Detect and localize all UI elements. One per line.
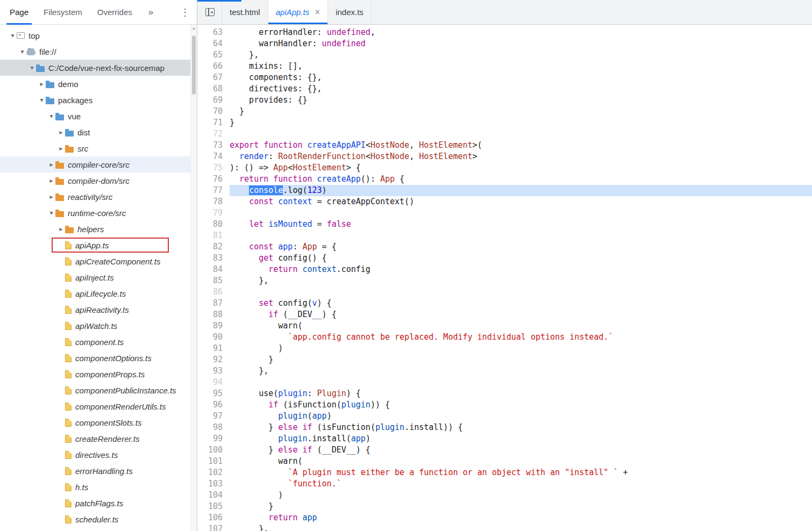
tree-item-apireactivity-ts[interactable]: apiReactivity.ts [0,302,197,318]
tree-item-errorhandling-ts[interactable]: errorHandling.ts [0,463,197,479]
navigator-tab-overrides[interactable]: Overrides [90,0,140,24]
code-text[interactable]: }, [230,365,812,377]
navigator-scrollbar[interactable]: ▲ [190,25,197,531]
tree-item-apiwatch-ts[interactable]: apiWatch.ts [0,318,197,334]
expander-open-icon[interactable]: ▾ [28,64,36,71]
code-text[interactable] [230,286,812,298]
line-number[interactable]: 101 [197,456,230,467]
code-text[interactable]: } [230,117,812,128]
code-text[interactable]: }, [230,523,812,531]
code-text[interactable]: export function createAppAPI<HostNode, H… [230,140,812,151]
line-number[interactable]: 88 [197,309,230,320]
tree-item-patchflags-ts[interactable]: patchFlags.ts [0,495,197,511]
line-number[interactable]: 81 [197,230,230,241]
tree-item-apilifecycle-ts[interactable]: apiLifecycle.ts [0,285,197,302]
tree-item-componentpublicinstance-ts[interactable]: componentPublicInstance.ts [0,382,197,398]
code-text[interactable]: } else if (__DEV__) { [230,444,812,456]
tree-item-dist[interactable]: ▸dist [0,124,197,140]
line-number[interactable]: 100 [197,444,230,456]
code-text[interactable]: warnHandler: undefined [230,38,812,49]
line-number[interactable]: 95 [197,388,230,399]
tree-item-h-ts[interactable]: h.ts [0,479,197,495]
code-text[interactable]: `function.` [230,478,812,490]
code-text[interactable]: let isMounted = false [230,219,812,230]
tree-item-createrenderer-ts[interactable]: createRenderer.ts [0,430,197,447]
code-text[interactable]: set config(v) { [230,298,812,309]
code-text[interactable]: warn( [230,320,812,332]
tree-item-compiler-core-src[interactable]: ▸compiler-core/src [0,156,197,173]
line-number[interactable]: 104 [197,490,230,501]
line-number[interactable]: 86 [197,286,230,298]
expander-open-icon[interactable]: ▾ [38,96,46,104]
expander-closed-icon[interactable]: ▸ [57,128,65,136]
expander-open-icon[interactable]: ▾ [47,209,55,217]
tree-item-c-code-vue-next-fix-sourcemap[interactable]: ▾C:/Code/vue-next-fix-sourcemap [0,60,197,76]
line-number[interactable]: 66 [197,61,230,72]
close-tab-icon[interactable]: × [315,8,320,17]
code-text[interactable]: plugin.install(app) [230,433,812,444]
line-number[interactable]: 63 [197,27,230,38]
code-text[interactable]: return function createApp(): App { [230,174,812,185]
code-text[interactable]: return context.config [230,264,812,275]
code-text[interactable]: } else if (isFunction(plugin.install)) { [230,422,812,433]
code-text[interactable]: return app [230,512,812,523]
code-text[interactable]: mixins: [], [230,61,812,72]
line-number[interactable]: 76 [197,174,230,185]
code-text[interactable]: }, [230,275,812,286]
expander-closed-icon[interactable]: ▸ [47,177,55,184]
code-text[interactable]: } [230,501,812,512]
line-number[interactable]: 70 [197,106,230,117]
line-number[interactable]: 77 [197,185,230,196]
tree-item-directives-ts[interactable]: directives.ts [0,447,197,463]
expander-open-icon[interactable]: ▾ [18,48,26,55]
code-editor[interactable]: 63 errorHandler: undefined,64 warnHandle… [197,25,812,531]
selected-text[interactable]: console [249,185,283,195]
code-text[interactable]: } [230,106,812,117]
tree-item-componentprops-ts[interactable]: componentProps.ts [0,366,197,382]
tree-item-componentoptions-ts[interactable]: componentOptions.ts [0,350,197,366]
line-number[interactable]: 82 [197,241,230,253]
line-number[interactable]: 96 [197,399,230,411]
code-text[interactable]: directives: {}, [230,83,812,95]
expander-closed-icon[interactable]: ▸ [38,80,46,88]
code-text[interactable]: errorHandler: undefined, [230,27,812,38]
line-number[interactable]: 80 [197,219,230,230]
line-number[interactable]: 65 [197,49,230,61]
tree-item-reactivity-src[interactable]: ▸reactivity/src [0,189,197,205]
code-text[interactable]: const context = createAppContext() [230,196,812,207]
code-text[interactable]: if (isFunction(plugin)) { [230,399,812,411]
line-number[interactable]: 89 [197,320,230,332]
editor-tab-apiapp-ts[interactable]: apiApp.ts× [268,0,328,24]
tree-item-componentrenderutils-ts[interactable]: componentRenderUtils.ts [0,398,197,414]
code-text[interactable] [230,207,812,219]
code-text[interactable]: ): () => App<HostElement> { [230,162,812,174]
line-number[interactable]: 78 [197,196,230,207]
line-number[interactable]: 83 [197,253,230,264]
line-number[interactable]: 79 [197,207,230,219]
line-number[interactable]: 102 [197,467,230,478]
line-number[interactable]: 106 [197,512,230,523]
line-number[interactable]: 97 [197,411,230,422]
tree-item-src[interactable]: ▸src [0,140,197,156]
code-text[interactable]: get config() { [230,253,812,264]
tree-item-componentslots-ts[interactable]: componentSlots.ts [0,414,197,430]
code-text[interactable]: if (__DEV__) { [230,309,812,320]
tree-item-scheduler-ts[interactable]: scheduler.ts [0,511,197,527]
code-text[interactable]: } [230,354,812,365]
code-text[interactable]: provides: {} [230,95,812,106]
scrollbar-up-arrow[interactable]: ▲ [191,26,197,30]
more-tabs-icon[interactable]: » [143,0,159,24]
line-number[interactable]: 93 [197,365,230,377]
tree-item-vue[interactable]: ▾vue [0,108,197,124]
code-text[interactable] [230,377,812,388]
code-text[interactable]: use(plugin: Plugin) { [230,388,812,399]
tree-item-component-ts[interactable]: component.ts [0,334,197,350]
tree-item-demo[interactable]: ▸demo [0,76,197,92]
code-text[interactable] [230,230,812,241]
line-number[interactable]: 85 [197,275,230,286]
tree-item-helpers[interactable]: ▸helpers [0,221,197,237]
tree-item-apiinject-ts[interactable]: apiInject.ts [0,269,197,285]
code-text[interactable]: const app: App = { [230,241,812,253]
line-number[interactable]: 92 [197,354,230,365]
overflow-menu-icon[interactable]: ⋮ [175,0,195,24]
